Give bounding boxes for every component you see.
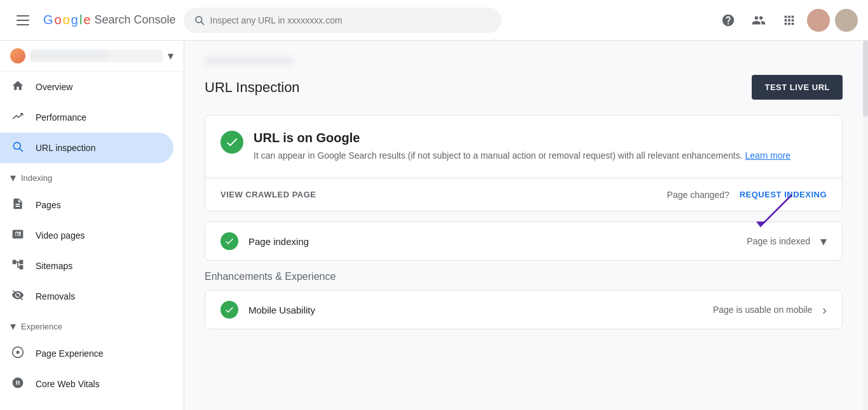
sidebar-section-experience-label: Experience <box>21 322 62 331</box>
page-changed-text: Page changed? <box>667 190 729 200</box>
sidebar-item-page-experience-label: Page Experience <box>36 348 104 359</box>
home-icon <box>10 79 25 95</box>
sidebar-item-removals[interactable]: Removals <box>0 281 173 312</box>
page-experience-icon <box>10 346 25 362</box>
enhancements-section: Enhancements & Experience Mobile Usabili… <box>205 271 843 329</box>
sidebar-section-indexing-label: Indexing <box>21 173 52 183</box>
sidebar-item-overview[interactable]: Overview <box>0 72 173 102</box>
status-card-text: URL is on Google It can appear in Google… <box>254 131 790 162</box>
page-indexing-value: Page is indexed <box>747 236 810 246</box>
page-title: URL Inspection <box>205 79 300 96</box>
help-button[interactable] <box>715 8 741 33</box>
svg-line-1 <box>201 22 203 24</box>
help-icon <box>721 13 735 27</box>
dropdown-arrow-icon: ▾ <box>168 49 173 63</box>
search-nav-icon <box>10 140 25 156</box>
sidebar-section-indexing[interactable]: ▾ Indexing <box>0 166 184 190</box>
user-avatar-2[interactable] <box>835 9 858 32</box>
scrollbar-thumb[interactable] <box>863 41 868 117</box>
trending-up-icon <box>10 110 25 126</box>
page-indexing-expand-icon[interactable]: ▾ <box>820 234 827 249</box>
test-live-url-button[interactable]: TEST LIVE URL <box>752 75 843 100</box>
sidebar-section-experience[interactable]: ▾ Experience <box>0 314 184 338</box>
google-logo: Google Search Console <box>43 13 176 27</box>
topbar-actions <box>715 8 858 33</box>
svg-line-3 <box>20 148 23 151</box>
sidebar-item-video-pages[interactable]: Video pages <box>0 220 173 251</box>
search-bar[interactable] <box>184 8 501 33</box>
page-indexing-check <box>220 232 238 250</box>
page-indexing-label: Page indexing <box>248 236 736 247</box>
learn-more-link[interactable]: Learn more <box>745 150 791 161</box>
success-check-circle <box>220 131 243 154</box>
apps-icon <box>782 13 796 27</box>
sidebar-item-performance-label: Performance <box>36 112 86 122</box>
check-small-icon <box>224 236 234 246</box>
user-avatar-1[interactable] <box>807 9 830 32</box>
check-icon <box>225 135 239 149</box>
content-area: URL Inspection TEST LIVE URL URL is on G… <box>184 41 863 410</box>
card-main: URL is on Google It can appear in Google… <box>205 116 842 178</box>
page-indexing-row[interactable]: Page indexing Page is indexed ▾ <box>205 222 843 261</box>
request-indexing-button[interactable]: REQUEST INDEXING <box>740 185 827 204</box>
status-card: URL is on Google It can appear in Google… <box>205 115 843 211</box>
search-input[interactable] <box>210 15 491 25</box>
site-favicon <box>10 48 25 63</box>
sidebar-item-pages[interactable]: Pages <box>0 190 173 220</box>
mobile-usability-value: Page is usable on mobile <box>713 305 812 315</box>
svg-point-6 <box>17 350 20 354</box>
chevron-down-experience-icon: ▾ <box>10 319 16 333</box>
sidebar-item-core-web-vitals[interactable]: Core Web Vitals <box>0 369 173 399</box>
sidebar-item-overview-label: Overview <box>36 82 72 92</box>
site-selector[interactable]: ▾ <box>0 41 184 72</box>
mobile-usability-row[interactable]: Mobile Usability Page is usable on mobil… <box>205 290 843 329</box>
status-description: It can appear in Google Search results (… <box>254 149 790 162</box>
core-web-vitals-icon <box>10 376 25 392</box>
main-layout: ▾ Overview Performance URL inspection ▾ <box>0 41 868 410</box>
view-crawled-page-button[interactable]: VIEW CRAWLED PAGE <box>220 185 316 204</box>
breadcrumb <box>205 56 843 65</box>
sidebar-item-core-web-vitals-label: Core Web Vitals <box>36 379 100 389</box>
page-header: URL Inspection TEST LIVE URL <box>205 75 843 100</box>
settings-icon <box>752 13 766 27</box>
sidebar-item-removals-label: Removals <box>36 291 75 301</box>
search-icon <box>194 15 205 26</box>
sidebar: ▾ Overview Performance URL inspection ▾ <box>0 41 184 410</box>
sidebar-item-performance[interactable]: Performance <box>0 102 173 133</box>
apps-button[interactable] <box>776 8 802 33</box>
video-pages-icon <box>10 228 25 244</box>
check-mobile-icon <box>224 305 234 315</box>
sidebar-item-sitemaps-label: Sitemaps <box>36 261 72 271</box>
mobile-usability-expand-icon[interactable]: › <box>822 303 827 317</box>
sidebar-item-video-pages-label: Video pages <box>36 230 85 241</box>
sidebar-item-page-experience[interactable]: Page Experience <box>0 338 173 369</box>
topbar: Google Search Console <box>0 0 868 41</box>
enhancements-section-title: Enhancements & Experience <box>205 271 843 282</box>
sidebar-item-sitemaps[interactable]: Sitemaps <box>0 251 173 281</box>
pages-icon <box>10 197 25 213</box>
card-actions-right: Page changed? REQUEST INDEXING <box>667 185 827 204</box>
menu-button[interactable] <box>10 8 36 33</box>
mobile-usability-label: Mobile Usability <box>248 305 703 315</box>
status-title: URL is on Google <box>254 131 790 145</box>
product-name: Search Console <box>95 13 176 27</box>
sitemaps-icon <box>10 258 25 274</box>
scrollbar-track[interactable] <box>863 41 868 410</box>
sidebar-item-pages-label: Pages <box>36 200 61 210</box>
site-selector-text <box>31 50 163 62</box>
sidebar-item-url-inspection[interactable]: URL inspection <box>0 133 173 163</box>
removals-icon <box>10 289 25 305</box>
mobile-usability-check <box>220 301 238 319</box>
chevron-down-icon: ▾ <box>10 171 16 185</box>
settings-button[interactable] <box>746 8 771 33</box>
card-actions: VIEW CRAWLED PAGE Page changed? REQUEST … <box>205 178 842 211</box>
sidebar-item-url-inspection-label: URL inspection <box>36 143 95 153</box>
